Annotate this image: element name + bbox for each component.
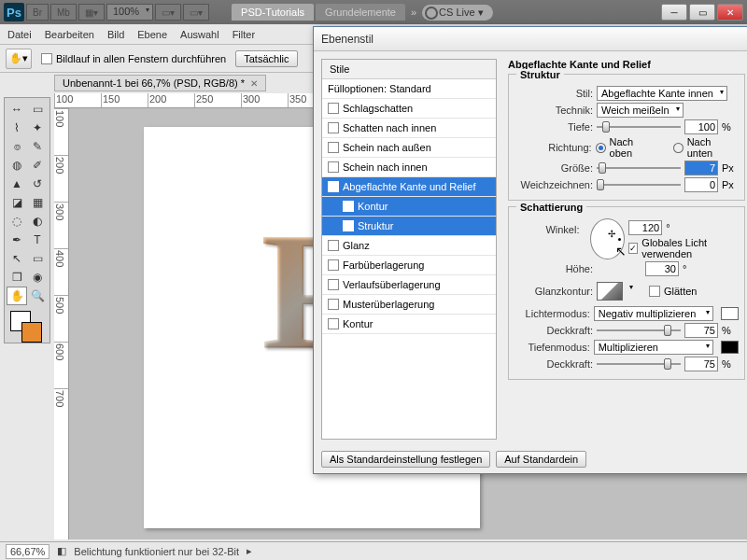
richtung-down-radio[interactable]	[673, 143, 684, 153]
pen-tool[interactable]: ✒	[7, 231, 27, 249]
style-row-1[interactable]: Schatten nach innen	[322, 119, 496, 138]
struktur-group: Struktur Stil:Abgeflachte Kante innen Te…	[508, 74, 745, 201]
tiefe-input[interactable]: 100	[684, 119, 718, 134]
weich-slider[interactable]	[597, 178, 681, 191]
type-tool[interactable]: T	[27, 231, 48, 249]
style-list-header: Stile	[322, 60, 496, 79]
style-row-2[interactable]: Schein nach außen	[322, 138, 496, 158]
layer-style-dialog: Ebenenstil Stile Fülloptionen: Standard …	[313, 26, 747, 474]
style-row-5[interactable]: ✓Kontur	[322, 197, 496, 217]
style-row-7[interactable]: Glanz	[322, 236, 496, 256]
groesse-slider[interactable]	[597, 161, 681, 175]
br-button[interactable]: Br	[26, 4, 49, 21]
status-handle-icon[interactable]: ◧	[57, 545, 66, 557]
deck1-slider[interactable]	[597, 324, 681, 337]
gloss-contour[interactable]	[597, 282, 623, 301]
style-row-4[interactable]: ✓Abgeflachte Kante und Relief	[322, 177, 496, 197]
hdr-extra-1[interactable]: ▭▾	[155, 4, 181, 21]
eraser-tool[interactable]: ◪	[7, 193, 27, 212]
style-row-10[interactable]: Musterüberlagerung	[322, 295, 496, 315]
angle-control[interactable]: ✢↖	[590, 218, 625, 259]
eyedropper-tool[interactable]: ✎	[27, 137, 48, 156]
menu-ebene[interactable]: Ebene	[137, 29, 167, 40]
gradient-tool[interactable]: ▦	[27, 193, 48, 212]
global-light-checkbox[interactable]: ✓Globales Licht verwenden	[628, 237, 739, 259]
statusbar: 66,67% ◧ Belichtung funktioniert nur bei…	[0, 541, 747, 560]
tiefenmodus-select[interactable]: Multiplizieren	[594, 340, 713, 355]
cursor-icon: ↖	[615, 244, 627, 259]
layout-button[interactable]: ▦▾	[78, 4, 105, 21]
dodge-tool[interactable]: ◐	[27, 212, 48, 231]
stil-select[interactable]: Abgeflachte Kante innen	[597, 86, 727, 101]
set-default-button[interactable]: Als Standardeinstellung festlegen	[321, 451, 490, 468]
hoehe-input[interactable]: 30	[645, 261, 679, 276]
deck1-input[interactable]: 75	[684, 323, 718, 338]
minimize-button[interactable]: ─	[661, 4, 687, 21]
style-row-11[interactable]: Kontur	[322, 315, 496, 334]
menu-auswahl[interactable]: Auswahl	[180, 29, 219, 40]
richtung-up-radio[interactable]	[596, 143, 606, 153]
workspace-tab[interactable]: Grundelemente	[316, 4, 405, 21]
deck2-input[interactable]: 75	[684, 357, 718, 371]
deck2-slider[interactable]	[597, 357, 681, 371]
lasso-tool[interactable]: ⌇	[7, 119, 27, 137]
winkel-input[interactable]: 120	[628, 220, 662, 235]
status-message: Belichtung funktioniert nur bei 32-Bit	[74, 546, 239, 557]
tiefe-slider[interactable]	[597, 120, 681, 133]
style-row-6[interactable]: ✓Struktur	[322, 217, 496, 236]
menu-bearbeiten[interactable]: Bearbeiten	[45, 29, 94, 40]
history-brush-tool[interactable]: ↺	[27, 175, 48, 193]
style-row-8[interactable]: Farbüberlagerung	[322, 256, 496, 275]
crop-tool[interactable]: ⌾	[7, 137, 27, 156]
fill-options-row[interactable]: Fülloptionen: Standard	[322, 79, 496, 99]
actual-size-button[interactable]: Tatsächlic	[235, 50, 297, 67]
cs-live-button[interactable]: CS Live ▾	[422, 5, 493, 21]
hdr-extra-2[interactable]: ▭▾	[183, 4, 209, 21]
toolbox: ↔▭ ⌇✦ ⌾✎ ◍✐ ▲↺ ◪▦ ◌◐ ✒T ↖▭ ❒◉ ✋🔍	[4, 97, 50, 343]
3d-tool[interactable]: ❒	[7, 268, 27, 287]
glaetten-checkbox[interactable]: Glätten	[649, 286, 697, 297]
wand-tool[interactable]: ✦	[27, 119, 48, 137]
hand-tool[interactable]: ✋	[7, 287, 27, 305]
mb-button[interactable]: Mb	[50, 4, 77, 21]
reset-default-button[interactable]: Auf Standardein	[496, 451, 586, 468]
background-swatch[interactable]	[21, 322, 42, 343]
workspace-more-icon[interactable]: »	[407, 7, 420, 18]
zoom-dropdown[interactable]: 100%	[106, 4, 153, 21]
status-zoom[interactable]: 66,67%	[6, 544, 49, 559]
move-tool[interactable]: ↔	[7, 100, 27, 119]
zoom-tool[interactable]: 🔍	[27, 287, 48, 305]
highlight-color[interactable]	[721, 307, 739, 320]
heal-tool[interactable]: ◍	[7, 156, 27, 175]
maximize-button[interactable]: ▭	[689, 4, 715, 21]
close-tab-icon[interactable]: ✕	[250, 78, 258, 89]
marquee-tool[interactable]: ▭	[27, 100, 48, 119]
status-more-icon[interactable]: ▸	[247, 545, 252, 557]
technik-select[interactable]: Weich meißeln	[597, 103, 684, 118]
shape-tool[interactable]: ▭	[27, 249, 48, 268]
path-tool[interactable]: ↖	[7, 249, 27, 268]
params-panel: Abgeflachte Kante und Relief Struktur St…	[500, 51, 747, 447]
workspace-tab-active[interactable]: PSD-Tutorials	[232, 4, 314, 21]
brush-tool[interactable]: ✐	[27, 156, 48, 175]
weich-input[interactable]: 0	[684, 177, 718, 192]
close-button[interactable]: ✕	[717, 4, 743, 21]
style-row-9[interactable]: Verlaufsüberlagerung	[322, 275, 496, 295]
menu-bild[interactable]: Bild	[107, 29, 124, 40]
color-swatches[interactable]	[8, 309, 48, 341]
lichtermodus-select[interactable]: Negativ multiplizieren	[594, 306, 713, 321]
blur-tool[interactable]: ◌	[7, 212, 27, 231]
document-tab[interactable]: Unbenannt-1 bei 66,7% (PSD, RGB/8) *✕	[54, 75, 266, 91]
style-row-3[interactable]: Schein nach innen	[322, 158, 496, 177]
schattierung-group: Schattierung Winkel: ✢↖ 120° ✓Globales L…	[508, 206, 745, 380]
menu-filter[interactable]: Filter	[233, 29, 255, 40]
groesse-input[interactable]: 7	[684, 161, 718, 175]
3d-camera-tool[interactable]: ◉	[27, 268, 48, 287]
style-row-0[interactable]: Schlagschatten	[322, 99, 496, 119]
dialog-title[interactable]: Ebenenstil	[314, 27, 747, 51]
stamp-tool[interactable]: ▲	[7, 175, 27, 193]
current-tool-icon[interactable]: ✋▾	[6, 49, 32, 69]
menu-datei[interactable]: Datei	[7, 29, 32, 40]
shadow-color[interactable]	[721, 341, 739, 354]
scroll-all-checkbox[interactable]: Bildlauf in allen Fenstern durchführen	[41, 53, 226, 64]
